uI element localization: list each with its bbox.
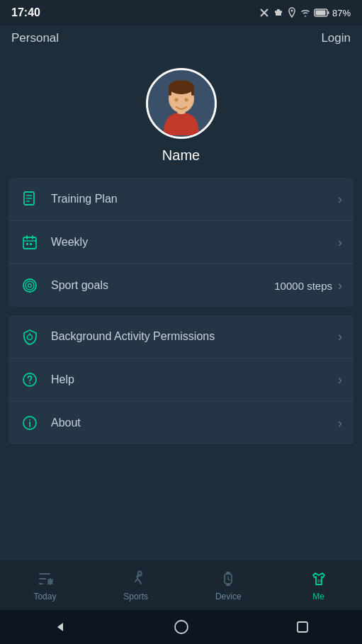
system-nav	[0, 610, 362, 644]
svg-point-29	[26, 281, 34, 290]
svg-rect-27	[30, 243, 32, 245]
recents-button[interactable]	[296, 621, 309, 633]
battery-icon	[314, 8, 329, 18]
sports-label: Sports	[123, 592, 148, 601]
about-item[interactable]: About ›	[9, 402, 353, 444]
nav-today[interactable]: Today	[22, 565, 67, 606]
bg-activity-chevron: ›	[338, 329, 342, 344]
login-button[interactable]: Login	[321, 31, 351, 45]
profile-name: Name	[162, 147, 200, 164]
bottom-nav: Today Sports Device	[0, 559, 362, 610]
avatar	[146, 68, 217, 139]
svg-rect-53	[298, 622, 307, 632]
svg-rect-8	[315, 11, 325, 16]
svg-point-17	[184, 98, 188, 102]
back-button[interactable]	[53, 620, 67, 634]
nav-sports[interactable]: Sports	[112, 565, 159, 606]
help-chevron: ›	[338, 373, 342, 388]
svg-rect-22	[23, 237, 36, 249]
alarm-icon	[273, 7, 284, 18]
profile-section: Name	[0, 51, 362, 178]
info-icon	[20, 413, 40, 433]
sport-goals-chevron: ›	[338, 278, 342, 293]
device-icon	[218, 569, 238, 589]
svg-text:10: 10	[317, 579, 322, 583]
menu-card-1: Training Plan › Weekly › Sport goals	[9, 178, 353, 307]
calendar-icon	[20, 232, 40, 252]
svg-point-31	[28, 335, 33, 340]
svg-point-6	[290, 10, 293, 12]
nav-device[interactable]: Device	[204, 565, 253, 606]
nav-me[interactable]: 10 Me	[298, 565, 340, 606]
svg-rect-5	[281, 11, 282, 13]
weekly-item[interactable]: Weekly ›	[9, 221, 353, 264]
status-bar: 17:40 87%	[0, 0, 362, 26]
today-label: Today	[33, 592, 56, 601]
help-label: Help	[51, 373, 338, 386]
svg-point-16	[174, 98, 178, 102]
training-plan-item[interactable]: Training Plan ›	[9, 178, 353, 221]
weekly-chevron: ›	[338, 235, 342, 250]
sports-icon	[126, 569, 146, 589]
training-plan-label: Training Plan	[51, 193, 338, 205]
svg-point-52	[175, 621, 188, 633]
target-icon	[20, 276, 40, 295]
sport-goals-label: Sport goals	[51, 279, 274, 292]
svg-rect-4	[275, 11, 276, 13]
bg-activity-item[interactable]: Background Activity Permissions ›	[9, 315, 353, 358]
help-icon	[20, 370, 40, 390]
svg-rect-2	[276, 11, 281, 16]
today-icon	[35, 569, 55, 589]
top-nav: Personal Login	[0, 26, 362, 51]
svg-point-45	[137, 571, 141, 575]
svg-rect-3	[277, 9, 280, 11]
me-label: Me	[312, 592, 324, 601]
svg-point-30	[28, 284, 32, 288]
svg-point-34	[29, 383, 30, 384]
svg-line-50	[228, 579, 230, 580]
wifi-icon	[300, 8, 311, 18]
svg-rect-15	[191, 87, 194, 96]
about-label: About	[51, 417, 338, 429]
device-label: Device	[215, 592, 242, 601]
svg-point-36	[29, 419, 30, 421]
svg-point-13	[169, 80, 194, 94]
bg-activity-label: Background Activity Permissions	[51, 330, 338, 343]
home-button[interactable]	[174, 619, 189, 635]
shield-icon	[20, 327, 40, 346]
status-icons: 87%	[259, 7, 351, 18]
avatar-image	[149, 72, 213, 135]
help-item[interactable]: Help ›	[9, 358, 353, 402]
menu-card-2: Background Activity Permissions › Help ›…	[9, 315, 353, 444]
vibrate-icon	[259, 7, 270, 18]
sport-goals-value: 10000 steps	[274, 280, 332, 292]
location-icon	[287, 7, 297, 18]
battery-percent: 87%	[332, 8, 351, 18]
me-icon: 10	[309, 569, 329, 589]
document-icon	[20, 189, 40, 209]
weekly-label: Weekly	[51, 236, 338, 249]
sport-goals-item[interactable]: Sport goals 10000 steps ›	[9, 264, 353, 307]
page-title: Personal	[11, 31, 59, 45]
svg-rect-14	[169, 87, 171, 96]
status-time: 17:40	[11, 6, 40, 19]
svg-rect-26	[26, 243, 28, 245]
svg-rect-9	[327, 11, 329, 14]
training-plan-chevron: ›	[338, 192, 342, 207]
about-chevron: ›	[338, 416, 342, 431]
